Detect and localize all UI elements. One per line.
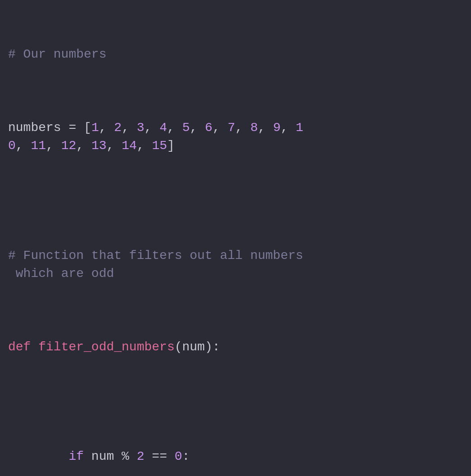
code-block: # Our numbers numbers = [1, 2, 3, 4, 5, …	[8, 9, 463, 476]
line-comment1: # Our numbers	[8, 45, 463, 64]
line-if: if num % 2 == 0:	[8, 448, 463, 466]
line-numbers-assign: numbers = [1, 2, 3, 4, 5, 6, 7, 8, 9, 10…	[8, 119, 463, 155]
line-def: def filter_odd_numbers(num):	[8, 338, 463, 357]
line-comment2: # Function that filters out all numbers …	[8, 247, 463, 283]
